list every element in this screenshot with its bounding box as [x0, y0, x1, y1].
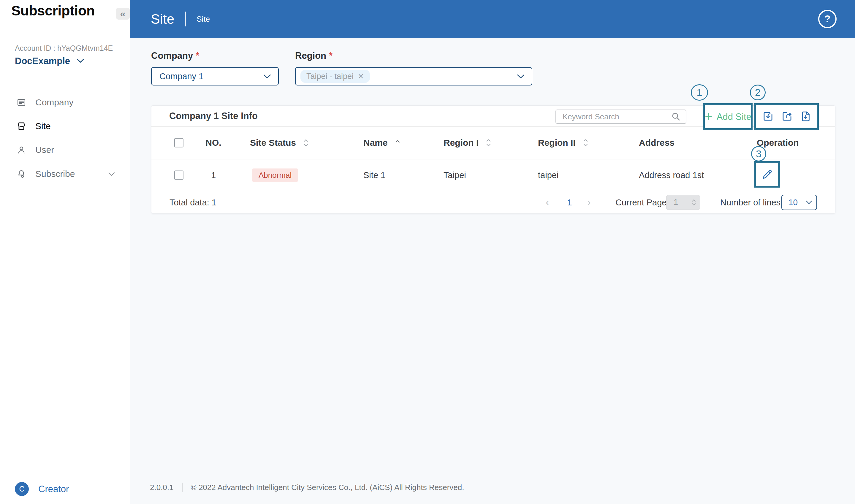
column-header-region2[interactable]: Region II [538, 138, 588, 148]
prev-page-button[interactable]: ‹ [546, 196, 549, 209]
cell-region2: taipei [538, 170, 558, 180]
spinner-arrows-icon[interactable] [691, 198, 696, 206]
page-title: Site [151, 11, 174, 27]
sort-asc-icon[interactable] [395, 138, 400, 147]
region-tag: Taipei - taipei ✕ [300, 70, 370, 83]
add-site-button[interactable]: + Add Site [703, 104, 752, 130]
sort-both-icon[interactable] [486, 138, 491, 147]
sort-both-icon[interactable] [303, 138, 309, 147]
current-user[interactable]: C Creator [15, 482, 69, 496]
annotation-circle-1: 1 [691, 84, 708, 101]
current-page-input[interactable] [673, 197, 690, 207]
search-icon[interactable] [671, 112, 681, 122]
account-id-label: Account ID : hYaQGMtvm14E [15, 44, 113, 53]
column-header-site-status[interactable]: Site Status [250, 138, 309, 148]
edit-site-button[interactable] [760, 168, 774, 182]
keyword-search-box [555, 109, 687, 124]
lines-per-page-value: 10 [788, 198, 798, 207]
column-label: Site Status [250, 138, 296, 148]
sidebar-item-label: Company [35, 97, 73, 107]
site-icon [16, 121, 26, 131]
chevron-down-icon [806, 200, 812, 204]
region-multiselect[interactable]: Taipei - taipei ✕ [295, 67, 532, 86]
footer: 2.0.0.1 © 2022 Advantech Intelligent Cit… [150, 483, 464, 492]
chevron-down-icon [517, 74, 524, 79]
status-badge: Abnormal [252, 168, 298, 182]
app-window: Subscription « Account ID : hYaQGMtvm14E… [0, 0, 855, 504]
sidebar-item-label: Site [35, 121, 51, 131]
tag-close-icon[interactable]: ✕ [358, 72, 364, 81]
chevron-down-icon [263, 74, 271, 79]
question-mark-icon: ? [824, 13, 830, 25]
current-page-label: Current Page [616, 197, 667, 207]
version-text: 2.0.0.1 [150, 483, 174, 492]
sidebar-item-label: Subscribe [35, 169, 75, 179]
column-header-address: Address [639, 138, 675, 148]
column-header-region1[interactable]: Region I [444, 138, 491, 148]
required-asterisk: * [329, 51, 333, 61]
row-checkbox[interactable] [174, 170, 183, 180]
export-icon [781, 110, 793, 124]
user-name: Creator [38, 484, 69, 494]
next-page-button[interactable]: › [587, 196, 591, 209]
column-label: Region I [444, 138, 479, 148]
download-file-icon [800, 110, 812, 124]
keyword-search-input[interactable] [562, 112, 671, 122]
card-title: Company 1 Site Info [169, 111, 258, 121]
region-tag-text: Taipei - taipei [306, 72, 354, 81]
avatar: C [15, 482, 29, 496]
company-icon [16, 97, 26, 107]
page-number-button[interactable]: 1 [567, 197, 572, 208]
help-button[interactable]: ? [818, 10, 837, 28]
column-header-no[interactable]: NO. [204, 138, 222, 148]
sort-both-icon[interactable] [583, 138, 588, 147]
chevron-down-icon [108, 172, 115, 176]
collapse-icon: « [120, 8, 126, 19]
select-all-checkbox[interactable] [174, 138, 183, 147]
column-label: Region II [538, 138, 576, 148]
label-text: Company [151, 51, 193, 61]
card-header: Company 1 Site Info + Add Site [152, 106, 835, 127]
sidebar-collapse-button[interactable]: « [116, 8, 130, 20]
pencil-icon [761, 168, 774, 182]
account-switcher[interactable]: DocExample [15, 56, 84, 67]
table-toolbar [755, 104, 819, 130]
table-footer: Total data: 1 ‹ 1 › Current Page Number … [152, 191, 835, 214]
download-button[interactable] [800, 110, 812, 124]
import-button[interactable] [762, 110, 774, 124]
site-info-card: Company 1 Site Info + Add Site [151, 105, 835, 214]
import-icon [762, 110, 774, 124]
add-site-label: Add Site [717, 112, 751, 122]
page-header: Site Site ? [130, 0, 855, 38]
company-select[interactable]: Company 1 [151, 67, 279, 86]
title-divider [185, 12, 186, 26]
sidebar-item-company[interactable]: Company [16, 93, 115, 112]
sidebar-item-site[interactable]: Site [16, 117, 115, 136]
account-name: DocExample [15, 56, 70, 67]
user-icon [16, 145, 26, 155]
table-row: 1 Abnormal Site 1 Taipei taipei Address … [152, 159, 835, 191]
lines-per-page-select[interactable]: 10 [781, 195, 817, 210]
column-label: Name [363, 138, 388, 148]
label-text: Region [295, 51, 326, 61]
sidebar-item-label: User [35, 145, 54, 155]
total-data-label: Total data: 1 [170, 197, 216, 207]
sidebar: Subscription « Account ID : hYaQGMtvm14E… [0, 0, 130, 504]
footer-divider [182, 483, 182, 492]
annotation-circle-2: 2 [750, 85, 766, 100]
cell-address: Address road 1st [639, 170, 704, 180]
cell-no: 1 [204, 170, 222, 180]
company-select-value: Company 1 [159, 72, 203, 81]
current-page-input-wrap [666, 195, 700, 210]
column-header-name[interactable]: Name [363, 138, 400, 148]
table-header-row: NO. Site Status Name Region I Re [152, 126, 835, 159]
subscribe-bell-icon [16, 169, 26, 179]
sidebar-item-user[interactable]: User [16, 141, 115, 159]
export-button[interactable] [781, 110, 793, 124]
required-asterisk: * [196, 51, 199, 61]
breadcrumb: Site [197, 15, 210, 24]
cell-region1: Taipei [444, 170, 466, 180]
app-logo: Subscription [11, 2, 95, 19]
company-filter-label: Company* [151, 51, 199, 61]
sidebar-item-subscribe[interactable]: Subscribe [16, 165, 115, 183]
